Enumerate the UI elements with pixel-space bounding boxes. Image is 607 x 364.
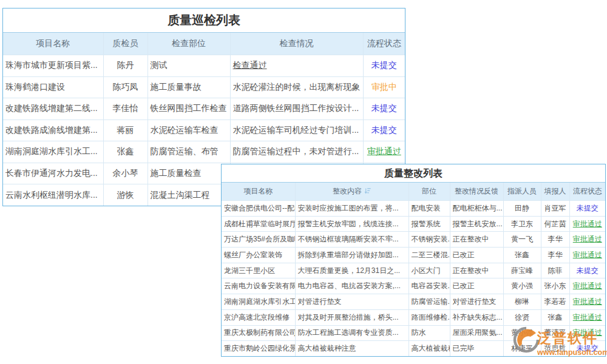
reporter-link[interactable]: 何芷茵 (541, 216, 569, 232)
project-link[interactable]: 长春市伊通河水力发电... (3, 163, 103, 184)
col-header-label: 检查部位 (172, 38, 206, 48)
reporter-link[interactable]: 张小东 (541, 278, 569, 294)
project-link[interactable]: 重庆太极制药有限公司亳州中... (222, 325, 295, 341)
reporter-link[interactable]: 李华 (541, 248, 569, 263)
status-cell[interactable]: 审批通过 (569, 216, 605, 232)
project-link[interactable]: 珠海市城市更新项目紫... (3, 55, 103, 77)
project-link[interactable]: 湖南洞庭湖水库引水工... (3, 141, 103, 163)
feedback-cell: 屋面采用聚氨... (450, 325, 503, 341)
part-cell: 配电安装 (409, 201, 450, 217)
part-cell: 小区大门 (409, 263, 450, 278)
situation-cell: 检查通过 (230, 55, 363, 77)
status-cell[interactable]: 审批通过 (569, 278, 605, 294)
page-canvas: 质量巡检列表 项目名称质检员检查部位检查情况流程状态 珠海市城市更新项目紫...… (0, 0, 607, 364)
col-header-label: 流程状态 (573, 187, 602, 195)
inspector-link[interactable]: 陈丹 (103, 55, 148, 77)
part-cell: 防水 (409, 325, 450, 341)
inspector-link[interactable]: 余小琴 (103, 163, 148, 184)
status-cell[interactable]: 审批通过 (569, 248, 605, 263)
project-link[interactable]: 成都杜甫草堂临时展厅独立展... (222, 216, 295, 232)
assignee-link[interactable]: 黄小强 (503, 278, 541, 294)
status-cell[interactable]: 未提交 (569, 201, 605, 217)
assignee-link[interactable]: 薛宝峰 (503, 263, 541, 278)
inspector-link[interactable]: 李佳怡 (103, 98, 148, 120)
feedback-cell: 已改正 (450, 278, 503, 294)
content-cell: 电力电容器、电抗器安装方案,... (295, 278, 409, 294)
project-link[interactable]: 龙湖三千里小区 (222, 263, 295, 278)
content-cell: 报警主机安放牢固，线缆连接... (295, 216, 409, 232)
watermark: 泛普软件 www.fanpusoft.com (512, 325, 606, 357)
status-cell[interactable]: 审批通过 (569, 309, 605, 325)
sort-icon[interactable] (364, 187, 371, 194)
inspector-link[interactable]: 陈巧凤 (103, 76, 148, 98)
project-link[interactable]: 云南水利枢纽潜明水库... (3, 184, 103, 206)
reporter-link[interactable]: 李华 (541, 232, 569, 248)
col-header-label: 流程状态 (367, 38, 401, 48)
assignee-link[interactable]: 柳琳 (503, 294, 541, 310)
watermark-url: www.fanpusoft.com (537, 348, 607, 357)
reporter-link[interactable]: 肖亚军 (541, 201, 569, 217)
assignee-link[interactable]: 田静 (503, 201, 541, 217)
situation-cell: 水泥砼运输车司机经过专门培训... (230, 120, 363, 141)
table-row: 成都杜甫草堂临时展厅独立展...报警主机安放牢固，线缆连接...报警系统报警主机… (222, 216, 605, 232)
part-cell: 铁丝网围挡工作检查 (148, 98, 230, 120)
rectification-table-title: 质量整改列表 (222, 164, 605, 183)
table-row: 龙湖三千里小区大理石质量更换，12月31日之...小区大门正在整改中薛宝峰陈菲未… (222, 263, 605, 278)
reporter-link[interactable]: 李若若 (541, 294, 569, 310)
watermark-brand: 泛普软件 (537, 329, 607, 348)
col-header-feedback: 整改情况反馈 (450, 183, 503, 201)
situation-cell: 道路两侧铁丝网围挡工作按设计... (230, 98, 363, 120)
status-cell[interactable]: 未提交 (363, 120, 405, 141)
inspector-link[interactable]: 张鑫 (103, 141, 148, 163)
col-header-status: 流程状态 (363, 33, 405, 55)
content-cell: 不锈钢边框玻璃隔断安装不牢... (295, 232, 409, 248)
part-cell: 防腐管运输... (409, 294, 450, 310)
project-link[interactable]: 云南电力设备安装有限公司20... (222, 278, 295, 294)
project-link[interactable]: 改建铁路成渝线增建第... (3, 120, 103, 141)
col-header-assignee: 指派人员 (503, 183, 541, 201)
project-link[interactable]: 湖南洞庭湖水库引水工程施工标 (222, 294, 295, 310)
inspector-link[interactable]: 蒋丽 (103, 120, 148, 141)
status-cell[interactable]: 未提交 (363, 98, 405, 120)
project-link[interactable]: 珠海鹤港口建设 (3, 76, 103, 98)
rectification-table-head: 项目名称整改内容部位整改情况反馈指派人员填报人流程状态 (222, 183, 605, 201)
part-cell: 施工质量事故 (148, 76, 230, 98)
table-row: 京沪高速北京段维修对其及时开展整治措施，桥头...路面维修检...补齐缺失标志.… (222, 309, 605, 325)
status-cell[interactable]: 审批通过 (569, 294, 605, 310)
part-cell: 电容器安装... (409, 278, 450, 294)
col-header-situation: 检查情况 (230, 33, 363, 55)
part-cell: 路面维修检... (409, 309, 450, 325)
part-cell: 高大植被栽种 (409, 341, 450, 357)
col-header-label: 整改情况反馈 (455, 187, 498, 195)
status-cell[interactable]: 审批通过 (569, 232, 605, 248)
inspection-table-head: 项目名称质检员检查部位检查情况流程状态 (3, 33, 405, 55)
assignee-link[interactable]: 徐贤 (503, 309, 541, 325)
status-cell[interactable]: 审批中 (363, 76, 405, 98)
reporter-link[interactable]: 张鑫 (541, 309, 569, 325)
inspector-link[interactable]: 游恢 (103, 184, 148, 206)
feedback-cell: 报警主机安放... (450, 216, 503, 232)
fanpu-logo-icon (512, 325, 541, 354)
status-cell[interactable]: 未提交 (363, 55, 405, 77)
status-cell[interactable]: 未提交 (569, 263, 605, 278)
table-row: 改建铁路线增建第二线...李佳怡铁丝网围挡工作检查道路两侧铁丝网围挡工作按设计.… (3, 98, 405, 120)
reporter-link[interactable]: 陈菲 (541, 263, 569, 278)
status-cell[interactable]: 审批通过 (363, 141, 405, 163)
col-header-label: 项目名称 (36, 38, 70, 48)
project-link[interactable]: 京沪高速北京段维修 (222, 309, 295, 325)
assignee-link[interactable]: 黄一飞 (503, 232, 541, 248)
project-link[interactable]: 改建铁路线增建第二线... (3, 98, 103, 120)
feedback-cell: 正在整改中 (450, 232, 503, 248)
assignee-link[interactable]: 张鑫 (503, 248, 541, 263)
project-link[interactable]: 螺丝厂办公室装饰 (222, 248, 295, 263)
project-link[interactable]: 安徽合肥供电公司--配电设备... (222, 201, 295, 217)
situation-cell: 水泥砼灌注的时候，出现离析现象 (230, 76, 363, 98)
assignee-link[interactable]: 李卫东 (503, 216, 541, 232)
col-header-content[interactable]: 整改内容 (295, 183, 409, 201)
feedback-cell: 配电柜柜体与... (450, 201, 503, 217)
feedback-cell: 正在整改中 (450, 263, 503, 278)
inspection-table-title: 质量巡检列表 (3, 8, 405, 33)
project-link[interactable]: 重庆市鹅岭公园绿化景观提升... (222, 341, 295, 357)
project-link[interactable]: 万达广场35#会所及咖啡厅空... (222, 232, 295, 248)
table-row: 云南电力设备安装有限公司20...电力电容器、电抗器安装方案,...电容器安装.… (222, 278, 605, 294)
